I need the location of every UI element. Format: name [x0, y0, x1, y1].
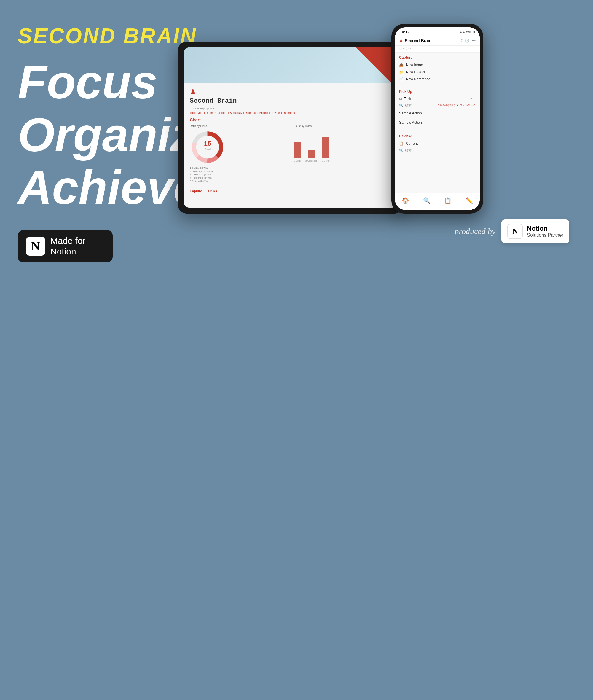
chart1-label: Ratio by Class: [190, 125, 288, 127]
phone-filter-label[interactable]: 3件の進む問え ▼ フィルターる: [438, 104, 476, 107]
notion-partner-name: Notion: [527, 225, 563, 233]
nav-home-icon[interactable]: 🏠: [402, 197, 409, 204]
notion-partner-subtitle: Solutions Partner: [527, 233, 563, 238]
tablet-properties: ✓ 12 more properties: [190, 107, 391, 110]
bar-2: [322, 137, 329, 158]
bar-0: [293, 142, 301, 158]
legend-item-2: 2 Calendar 3 (13.3%): [190, 173, 288, 176]
tablet-content: ♟ Second Brain ✓ 12 more properties Top …: [184, 83, 397, 198]
phone-share-icon[interactable]: ⤴: [461, 39, 463, 43]
chart2-label: Count by Class: [293, 125, 391, 127]
chart-section-label: Chart: [190, 117, 391, 122]
bar-chart-area: Count by Class 1 Do It 2 Calendar: [293, 125, 391, 183]
notion-logo-letter: N: [31, 239, 40, 253]
phone-header: ♟ Second Brain ⤴ 🕐 •••: [395, 37, 480, 46]
legend-item-4: 3 Defer 4 (26.7%): [190, 180, 288, 183]
phone-new-reference[interactable]: 📄 New Reference: [399, 76, 476, 83]
svg-text:15: 15: [204, 140, 211, 147]
phone-task-left: ☑ Task: [399, 97, 411, 101]
notion-logo: N: [26, 237, 45, 256]
inbox-icon: 📥: [399, 63, 403, 67]
phone-header-title: ♟ Second Brain: [399, 38, 431, 43]
phone-task-row: ☑ Task ✂ ···: [399, 95, 476, 102]
legend-item-3: 4 Reference 4 (40%): [190, 177, 288, 179]
phone-time: 16:12: [400, 30, 409, 34]
phone-review-section: Review 📋 Current 🔍 検索: [395, 131, 480, 155]
tablet-nav: Top | Do It | Defer | Calendar | Someday…: [190, 111, 391, 115]
phone-divider-1: [395, 85, 480, 85]
devices-area: ♟ Second Brain ✓ 12 more properties Top …: [160, 24, 486, 246]
phone-breadcrumb: ロック中: [395, 46, 480, 52]
phone-status-bar: 16:12 ▲▲ WiFi ■: [395, 27, 480, 37]
project-icon: 📁: [399, 70, 403, 74]
tablet-screen: ♟ Second Brain ✓ 12 more properties Top …: [184, 47, 397, 208]
notion-partner-text: Notion Solutions Partner: [527, 225, 563, 238]
bar-1: [308, 150, 315, 158]
nav-search-icon[interactable]: 🔍: [423, 197, 431, 204]
legend-item-0: 1 Do It 1 (38.7%): [190, 167, 288, 169]
chart-legend: 1 Do It 1 (38.7%) 2 Someday 2 (13.3%) 2 …: [190, 167, 288, 183]
phone-search-row[interactable]: 🔍 検索 3件の進む問え ▼ フィルターる: [399, 102, 476, 109]
phone-header-actions[interactable]: ⤴ 🕐 •••: [461, 39, 476, 43]
made-for-text: Made for Notion: [50, 235, 85, 257]
reference-icon: 📄: [399, 77, 403, 81]
phone-bottom-nav: 🏠 🔍 📋 ✏️: [395, 193, 480, 210]
tablet-app-icon: ♟: [190, 88, 391, 96]
bar-col-0: 1 Do It: [293, 142, 301, 162]
phone-clock-icon[interactable]: 🕐: [465, 39, 469, 43]
phone-review-search[interactable]: 🔍 検索: [399, 147, 476, 154]
phone-review-title: Review: [399, 134, 476, 138]
review-search-icon: 🔍: [399, 149, 403, 152]
tablet-bottom-nav: Capture OKRs: [190, 187, 391, 193]
phone-new-inbox[interactable]: 📥 New Inbox: [399, 62, 476, 69]
phone-status-icons: ▲▲ WiFi ■: [460, 30, 475, 34]
phone-pickup-title: Pick Up: [399, 89, 476, 94]
phone-capture-section: Capture 📥 New Inbox 📁 New Project 📄 New …: [395, 52, 480, 84]
produced-by-text: produced by: [454, 227, 496, 236]
tablet-red-triangle: [356, 47, 397, 89]
tablet-nav-okrs[interactable]: OKRs: [208, 189, 218, 193]
phone-action-item-1[interactable]: Sample Action: [399, 109, 476, 118]
phone-new-project[interactable]: 📁 New Project: [399, 69, 476, 76]
task-checkbox-icon: ☑: [399, 97, 402, 101]
task-label: Task: [404, 97, 411, 101]
phone-more-icon[interactable]: •••: [472, 39, 476, 43]
tablet-chart-section: Ratio by Class 15 Total: [190, 125, 391, 183]
nav-edit-icon[interactable]: ✏️: [466, 197, 473, 204]
bar-label-0: 1 Do It: [293, 160, 301, 162]
produced-by-section: produced by N Notion Solutions Partner: [454, 220, 569, 243]
notion-partner-badge: N Notion Solutions Partner: [501, 220, 569, 243]
phone-task-shortcuts: ✂ ···: [470, 97, 476, 100]
phone-screen: 16:12 ▲▲ WiFi ■ ♟ Second Brain ⤴ 🕐 ••• ロ…: [395, 27, 480, 210]
search-icon: 🔍: [399, 104, 403, 107]
phone-search-label: 検索: [405, 103, 411, 108]
phone-device: 16:12 ▲▲ WiFi ■ ♟ Second Brain ⤴ 🕐 ••• ロ…: [391, 24, 483, 213]
bar-label-1: 2 Calendar: [305, 160, 317, 162]
legend-item-1: 2 Someday 2 (13.3%): [190, 170, 288, 172]
notion-partner-logo: N: [507, 224, 523, 239]
bar-col-2: 3 Defer: [322, 137, 329, 162]
svg-text:Total: Total: [205, 147, 210, 151]
phone-capture-title: Capture: [399, 55, 476, 60]
tablet-header-bg: [184, 47, 397, 83]
phone-current-item[interactable]: 📋 Current: [399, 140, 476, 147]
tablet-nav-capture[interactable]: Capture: [190, 189, 202, 193]
tablet-app-title: Second Brain: [190, 97, 391, 105]
tablet-device: ♟ Second Brain ✓ 12 more properties Top …: [178, 42, 403, 213]
donut-chart-area: Ratio by Class 15 Total: [190, 125, 288, 183]
made-for-notion-badge: N Made for Notion: [18, 230, 113, 262]
bar-label-2: 3 Defer: [322, 160, 329, 162]
current-icon: 📋: [399, 142, 403, 146]
phone-pickup-section: Pick Up ☑ Task ✂ ··· 🔍 検索 3件の進む問え ▼ フィルタ…: [395, 87, 480, 128]
donut-area: 15 Total: [190, 129, 225, 165]
nav-list-icon[interactable]: 📋: [444, 197, 451, 204]
phone-action-item-2[interactable]: Sample Action: [399, 118, 476, 127]
bar-col-1: 2 Calendar: [305, 150, 317, 162]
